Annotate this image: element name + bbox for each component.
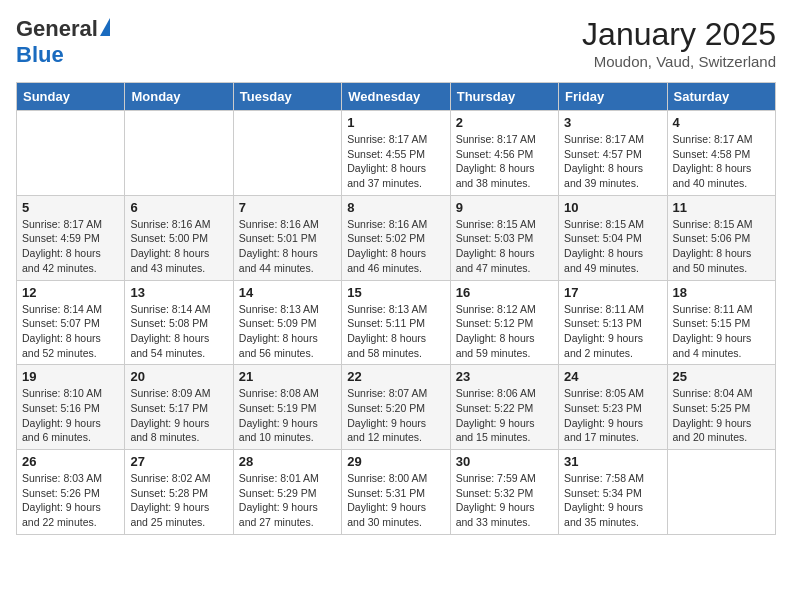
logo: General Blue bbox=[16, 16, 110, 68]
page-header: General Blue January 2025 Moudon, Vaud, … bbox=[16, 16, 776, 70]
calendar-cell: 31Sunrise: 7:58 AM Sunset: 5:34 PM Dayli… bbox=[559, 450, 667, 535]
day-info: Sunrise: 8:07 AM Sunset: 5:20 PM Dayligh… bbox=[347, 386, 444, 445]
calendar-week-row: 19Sunrise: 8:10 AM Sunset: 5:16 PM Dayli… bbox=[17, 365, 776, 450]
month-title: January 2025 bbox=[582, 16, 776, 53]
day-info: Sunrise: 8:03 AM Sunset: 5:26 PM Dayligh… bbox=[22, 471, 119, 530]
calendar-cell: 6Sunrise: 8:16 AM Sunset: 5:00 PM Daylig… bbox=[125, 195, 233, 280]
calendar-table: SundayMondayTuesdayWednesdayThursdayFrid… bbox=[16, 82, 776, 535]
day-info: Sunrise: 8:17 AM Sunset: 4:56 PM Dayligh… bbox=[456, 132, 553, 191]
day-info: Sunrise: 8:16 AM Sunset: 5:02 PM Dayligh… bbox=[347, 217, 444, 276]
calendar-cell: 5Sunrise: 8:17 AM Sunset: 4:59 PM Daylig… bbox=[17, 195, 125, 280]
day-info: Sunrise: 8:15 AM Sunset: 5:03 PM Dayligh… bbox=[456, 217, 553, 276]
day-info: Sunrise: 8:15 AM Sunset: 5:04 PM Dayligh… bbox=[564, 217, 661, 276]
day-number: 14 bbox=[239, 285, 336, 300]
calendar-cell: 15Sunrise: 8:13 AM Sunset: 5:11 PM Dayli… bbox=[342, 280, 450, 365]
calendar-cell: 23Sunrise: 8:06 AM Sunset: 5:22 PM Dayli… bbox=[450, 365, 558, 450]
day-number: 7 bbox=[239, 200, 336, 215]
day-number: 20 bbox=[130, 369, 227, 384]
calendar-cell: 10Sunrise: 8:15 AM Sunset: 5:04 PM Dayli… bbox=[559, 195, 667, 280]
logo-general-text: General bbox=[16, 16, 98, 42]
day-info: Sunrise: 8:04 AM Sunset: 5:25 PM Dayligh… bbox=[673, 386, 770, 445]
day-number: 18 bbox=[673, 285, 770, 300]
calendar-cell: 21Sunrise: 8:08 AM Sunset: 5:19 PM Dayli… bbox=[233, 365, 341, 450]
day-number: 23 bbox=[456, 369, 553, 384]
day-number: 4 bbox=[673, 115, 770, 130]
calendar-cell bbox=[667, 450, 775, 535]
calendar-cell: 24Sunrise: 8:05 AM Sunset: 5:23 PM Dayli… bbox=[559, 365, 667, 450]
calendar-cell: 3Sunrise: 8:17 AM Sunset: 4:57 PM Daylig… bbox=[559, 111, 667, 196]
calendar-cell: 12Sunrise: 8:14 AM Sunset: 5:07 PM Dayli… bbox=[17, 280, 125, 365]
day-info: Sunrise: 8:05 AM Sunset: 5:23 PM Dayligh… bbox=[564, 386, 661, 445]
day-number: 5 bbox=[22, 200, 119, 215]
calendar-cell: 28Sunrise: 8:01 AM Sunset: 5:29 PM Dayli… bbox=[233, 450, 341, 535]
logo-blue-text: Blue bbox=[16, 42, 64, 68]
day-number: 24 bbox=[564, 369, 661, 384]
day-number: 27 bbox=[130, 454, 227, 469]
day-info: Sunrise: 8:17 AM Sunset: 4:58 PM Dayligh… bbox=[673, 132, 770, 191]
day-number: 11 bbox=[673, 200, 770, 215]
day-number: 21 bbox=[239, 369, 336, 384]
day-info: Sunrise: 8:11 AM Sunset: 5:13 PM Dayligh… bbox=[564, 302, 661, 361]
calendar-cell: 4Sunrise: 8:17 AM Sunset: 4:58 PM Daylig… bbox=[667, 111, 775, 196]
day-info: Sunrise: 8:16 AM Sunset: 5:01 PM Dayligh… bbox=[239, 217, 336, 276]
day-info: Sunrise: 8:09 AM Sunset: 5:17 PM Dayligh… bbox=[130, 386, 227, 445]
calendar-cell: 27Sunrise: 8:02 AM Sunset: 5:28 PM Dayli… bbox=[125, 450, 233, 535]
day-number: 19 bbox=[22, 369, 119, 384]
day-number: 8 bbox=[347, 200, 444, 215]
calendar-cell bbox=[125, 111, 233, 196]
calendar-cell: 22Sunrise: 8:07 AM Sunset: 5:20 PM Dayli… bbox=[342, 365, 450, 450]
day-of-week-header: Tuesday bbox=[233, 83, 341, 111]
day-info: Sunrise: 8:14 AM Sunset: 5:08 PM Dayligh… bbox=[130, 302, 227, 361]
day-info: Sunrise: 8:01 AM Sunset: 5:29 PM Dayligh… bbox=[239, 471, 336, 530]
calendar-cell: 1Sunrise: 8:17 AM Sunset: 4:55 PM Daylig… bbox=[342, 111, 450, 196]
day-number: 10 bbox=[564, 200, 661, 215]
day-number: 17 bbox=[564, 285, 661, 300]
day-of-week-header: Saturday bbox=[667, 83, 775, 111]
calendar-week-row: 26Sunrise: 8:03 AM Sunset: 5:26 PM Dayli… bbox=[17, 450, 776, 535]
day-number: 25 bbox=[673, 369, 770, 384]
calendar-week-row: 5Sunrise: 8:17 AM Sunset: 4:59 PM Daylig… bbox=[17, 195, 776, 280]
day-number: 12 bbox=[22, 285, 119, 300]
day-of-week-header: Thursday bbox=[450, 83, 558, 111]
calendar-cell: 9Sunrise: 8:15 AM Sunset: 5:03 PM Daylig… bbox=[450, 195, 558, 280]
calendar-cell: 11Sunrise: 8:15 AM Sunset: 5:06 PM Dayli… bbox=[667, 195, 775, 280]
day-of-week-header: Monday bbox=[125, 83, 233, 111]
day-info: Sunrise: 8:06 AM Sunset: 5:22 PM Dayligh… bbox=[456, 386, 553, 445]
calendar-header-row: SundayMondayTuesdayWednesdayThursdayFrid… bbox=[17, 83, 776, 111]
day-info: Sunrise: 7:59 AM Sunset: 5:32 PM Dayligh… bbox=[456, 471, 553, 530]
day-number: 3 bbox=[564, 115, 661, 130]
day-number: 9 bbox=[456, 200, 553, 215]
day-number: 16 bbox=[456, 285, 553, 300]
day-of-week-header: Wednesday bbox=[342, 83, 450, 111]
calendar-week-row: 1Sunrise: 8:17 AM Sunset: 4:55 PM Daylig… bbox=[17, 111, 776, 196]
location-text: Moudon, Vaud, Switzerland bbox=[582, 53, 776, 70]
calendar-cell: 30Sunrise: 7:59 AM Sunset: 5:32 PM Dayli… bbox=[450, 450, 558, 535]
calendar-cell: 26Sunrise: 8:03 AM Sunset: 5:26 PM Dayli… bbox=[17, 450, 125, 535]
calendar-cell: 8Sunrise: 8:16 AM Sunset: 5:02 PM Daylig… bbox=[342, 195, 450, 280]
day-number: 1 bbox=[347, 115, 444, 130]
calendar-cell bbox=[17, 111, 125, 196]
day-info: Sunrise: 8:14 AM Sunset: 5:07 PM Dayligh… bbox=[22, 302, 119, 361]
calendar-cell: 29Sunrise: 8:00 AM Sunset: 5:31 PM Dayli… bbox=[342, 450, 450, 535]
day-number: 22 bbox=[347, 369, 444, 384]
day-info: Sunrise: 8:10 AM Sunset: 5:16 PM Dayligh… bbox=[22, 386, 119, 445]
day-info: Sunrise: 8:00 AM Sunset: 5:31 PM Dayligh… bbox=[347, 471, 444, 530]
calendar-cell: 18Sunrise: 8:11 AM Sunset: 5:15 PM Dayli… bbox=[667, 280, 775, 365]
day-info: Sunrise: 8:17 AM Sunset: 4:59 PM Dayligh… bbox=[22, 217, 119, 276]
day-number: 2 bbox=[456, 115, 553, 130]
day-info: Sunrise: 8:12 AM Sunset: 5:12 PM Dayligh… bbox=[456, 302, 553, 361]
calendar-cell: 13Sunrise: 8:14 AM Sunset: 5:08 PM Dayli… bbox=[125, 280, 233, 365]
calendar-cell: 14Sunrise: 8:13 AM Sunset: 5:09 PM Dayli… bbox=[233, 280, 341, 365]
calendar-week-row: 12Sunrise: 8:14 AM Sunset: 5:07 PM Dayli… bbox=[17, 280, 776, 365]
day-number: 30 bbox=[456, 454, 553, 469]
calendar-cell: 25Sunrise: 8:04 AM Sunset: 5:25 PM Dayli… bbox=[667, 365, 775, 450]
day-info: Sunrise: 8:11 AM Sunset: 5:15 PM Dayligh… bbox=[673, 302, 770, 361]
day-number: 31 bbox=[564, 454, 661, 469]
calendar-cell: 17Sunrise: 8:11 AM Sunset: 5:13 PM Dayli… bbox=[559, 280, 667, 365]
calendar-cell: 20Sunrise: 8:09 AM Sunset: 5:17 PM Dayli… bbox=[125, 365, 233, 450]
day-of-week-header: Sunday bbox=[17, 83, 125, 111]
calendar-cell: 16Sunrise: 8:12 AM Sunset: 5:12 PM Dayli… bbox=[450, 280, 558, 365]
day-number: 29 bbox=[347, 454, 444, 469]
day-number: 26 bbox=[22, 454, 119, 469]
logo-triangle-icon bbox=[100, 18, 110, 36]
